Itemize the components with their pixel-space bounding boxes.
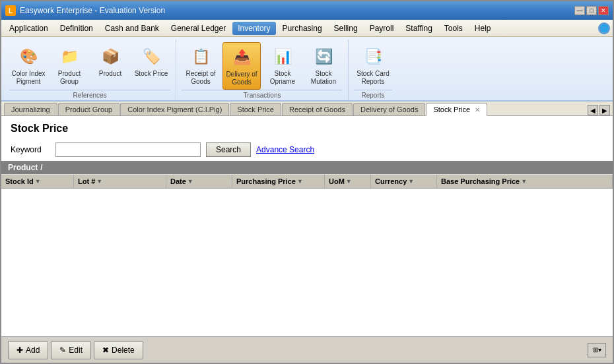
delete-button[interactable]: ✖ Delete [94,341,143,359]
product-group-label: ProductGroup [58,70,81,86]
edit-icon: ✎ [59,346,66,355]
tab-active-label: Stock Price [433,106,470,113]
grid-product-label: Product [8,163,38,172]
ribbon-stock-price[interactable]: 🏷️ Stock Price [132,42,170,80]
tab-receipt-of-goods[interactable]: Receipt of Goods [282,103,353,115]
keyword-input[interactable] [55,142,201,157]
close-button[interactable]: ✕ [598,6,609,15]
title-bar: L Easywork Enterprise - Evaluation Versi… [1,1,613,20]
col-header-currency[interactable]: Currency ▼ [371,175,437,188]
col-header-lot[interactable]: Lot # ▼ [74,175,166,188]
window-controls: — □ ✕ [574,6,609,15]
bottom-right: ⊞▾ [588,343,606,357]
ribbon-stock-mutation[interactable]: 🔄 StockMutation [304,42,343,88]
ribbon-group-references: 🎨 Color IndexPigment 📁 ProductGroup 📦 Pr… [4,40,176,100]
sort-icon-stock-id: ▼ [35,178,41,185]
main-content: Stock Price Keyword Search Advance Searc… [1,116,613,336]
menu-cash-and-bank[interactable]: Cash and Bank [100,22,164,35]
menu-inventory[interactable]: Inventory [232,22,275,35]
ribbon-delivery-of-goods[interactable]: 📤 Delivery ofGoods [222,42,261,90]
ribbon-group-reports: 📑 Stock CardReports Reports [349,40,397,100]
col-header-purchasing-price[interactable]: Purchasing Price ▼ [232,175,325,188]
ribbon-references-items: 🎨 Color IndexPigment 📁 ProductGroup 📦 Pr… [9,41,170,90]
globe-icon: 🌐 [598,22,610,34]
product-label: Product [99,70,121,78]
color-index-pigment-icon: 🎨 [17,45,40,69]
advance-search-link[interactable]: Advance Search [256,145,314,154]
ribbon-receipt-of-goods[interactable]: 📋 Receipt ofGoods [182,42,220,88]
ribbon-color-index-pigment[interactable]: 🎨 Color IndexPigment [9,42,48,88]
color-index-pigment-label: Color IndexPigment [11,70,45,86]
grid-product-header: Product / [1,161,613,174]
search-row: Keyword Search Advance Search [1,138,613,161]
stock-opname-icon: 📊 [271,45,294,69]
menu-definition[interactable]: Definition [55,22,98,35]
tab-product-group[interactable]: Product Group [58,103,120,115]
sort-icon-currency: ▼ [408,178,414,185]
menu-selling[interactable]: Selling [329,22,363,35]
transactions-group-label: Transactions [182,90,343,100]
ribbon-group-transactions: 📋 Receipt ofGoods 📤 Delivery ofGoods 📊 S… [176,40,349,100]
ribbon-product[interactable]: 📦 Product [91,42,129,80]
title-bar-left: L Easywork Enterprise - Evaluation Versi… [5,5,165,16]
menu-payroll[interactable]: Payroll [364,22,399,35]
col-header-uom[interactable]: UoM ▼ [325,175,371,188]
col-header-stock-id[interactable]: Stock Id ▼ [1,175,74,188]
tab-close-icon[interactable]: ✕ [475,106,480,113]
tab-color-index-pigment[interactable]: Color Index Pigment (C.I.Pig) [120,103,229,115]
ribbon-reports-items: 📑 Stock CardReports [354,41,392,90]
col-header-date[interactable]: Date ▼ [166,175,232,188]
ribbon-stock-card-reports[interactable]: 📑 Stock CardReports [354,42,392,88]
grid-column-headers: Stock Id ▼ Lot # ▼ Date ▼ Purchasing Pri… [1,174,613,189]
receipt-of-goods-icon: 📋 [189,45,213,69]
bottom-bar: ✚ Add ✎ Edit ✖ Delete ⊞▾ [1,336,613,363]
product-icon: 📦 [98,45,122,69]
sort-icon-base-purchasing-price: ▼ [521,178,527,185]
main-window: L Easywork Enterprise - Evaluation Versi… [0,0,614,364]
ribbon-transactions-items: 📋 Receipt ofGoods 📤 Delivery ofGoods 📊 S… [182,41,343,90]
delivery-of-goods-label: Delivery ofGoods [226,71,257,86]
stock-price-icon: 🏷️ [139,45,163,69]
receipt-of-goods-label: Receipt ofGoods [186,70,215,86]
references-group-label: References [9,90,170,100]
menu-bar: Application Definition Cash and Bank Gen… [1,20,613,37]
sort-icon-uom: ▼ [346,178,352,185]
menu-tools[interactable]: Tools [439,22,468,35]
tab-stock-price-active[interactable]: Stock Price ✕ [426,103,487,116]
stock-card-reports-label: Stock CardReports [357,70,389,86]
menu-purchasing[interactable]: Purchasing [277,22,327,35]
menu-help[interactable]: Help [469,22,496,35]
tab-journalizing[interactable]: Journalizing [4,103,57,115]
add-button[interactable]: ✚ Add [8,341,48,359]
edit-button[interactable]: ✎ Edit [51,341,91,359]
stock-opname-label: StockOpname [270,70,295,86]
ribbon-stock-opname[interactable]: 📊 StockOpname [263,42,302,88]
tab-next-button[interactable]: ▶ [599,105,610,115]
restore-button[interactable]: □ [586,6,597,15]
window-title: Easywork Enterprise - Evaluation Version [20,6,165,15]
app-icon: L [5,5,16,16]
menu-application[interactable]: Application [4,22,53,35]
reports-group-label: Reports [354,90,392,100]
menu-general-ledger[interactable]: General Ledger [166,22,231,35]
ribbon-product-group[interactable]: 📁 ProductGroup [50,42,88,88]
sort-icon-purchasing-price: ▼ [297,178,303,185]
tab-bar: Journalizing Product Group Color Index P… [1,102,613,116]
tab-delivery-of-goods[interactable]: Delivery of Goods [353,103,425,115]
page-title: Stock Price [1,116,613,138]
col-header-base-purchasing-price[interactable]: Base Purchasing Price ▼ [437,175,613,188]
stock-price-label: Stock Price [135,70,168,78]
add-icon: ✚ [17,346,23,355]
ribbon-content: 🎨 Color IndexPigment 📁 ProductGroup 📦 Pr… [1,37,613,100]
menu-staffing[interactable]: Staffing [400,22,437,35]
grid-body [1,189,613,336]
stock-card-reports-icon: 📑 [361,45,385,69]
delivery-of-goods-icon: 📤 [230,46,254,69]
tab-prev-button[interactable]: ◀ [588,105,598,115]
minimize-button[interactable]: — [574,6,585,15]
search-button[interactable]: Search [206,142,251,157]
tab-stock-price-1[interactable]: Stock Price [230,103,281,115]
bottom-buttons: ✚ Add ✎ Edit ✖ Delete [8,341,143,359]
corner-widget[interactable]: ⊞▾ [588,343,606,357]
stock-mutation-label: StockMutation [311,70,336,86]
